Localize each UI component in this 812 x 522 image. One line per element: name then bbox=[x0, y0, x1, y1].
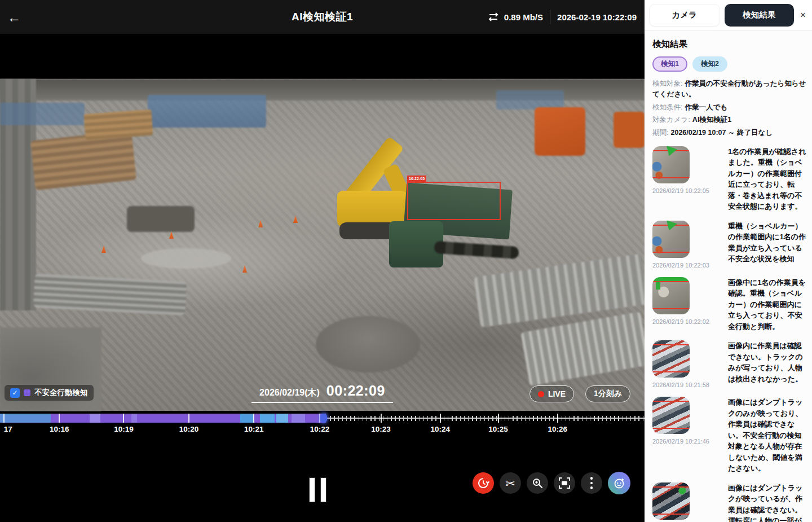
playback-date: 2026/02/19(木) bbox=[259, 387, 320, 399]
detection-description: 画像にはダンプトラックが映っているが、作業員は確認できない。運転席に人物の一部が… bbox=[728, 482, 807, 522]
kebab-icon bbox=[590, 477, 593, 489]
meta-row: 検知条件:作業一人でも bbox=[652, 102, 807, 113]
timeline-major-tick bbox=[188, 414, 189, 423]
detection-thumbnail[interactable] bbox=[652, 340, 690, 378]
detection-result-item[interactable]: 2026/02/19 10:22:03 重機（ショベルカー）の作業範囲内に1名の… bbox=[652, 221, 807, 269]
detection-description: 画像内に作業員は確認できない。トラックのみが写っており、人物は検出されなかった。 bbox=[728, 340, 807, 388]
excavator-marker-icon bbox=[664, 221, 677, 233]
traffic-cone bbox=[258, 220, 263, 227]
timeline-major-tick bbox=[381, 414, 382, 423]
detection-results-panel: 検知結果 検知1検知2 検知対象:作業員の不安全行動があったら知らせてください。… bbox=[645, 30, 812, 522]
live-label: LIVE bbox=[548, 389, 566, 398]
scene-shape bbox=[30, 130, 136, 190]
orange-excavator bbox=[535, 107, 585, 156]
detection-result-item[interactable]: 2026/02/19 10:21:45 画像にはダンプトラックが映っているが、作… bbox=[652, 482, 807, 522]
detection-thumbnail[interactable] bbox=[652, 221, 690, 258]
bitrate-value: 0.89 Mb/S bbox=[504, 12, 543, 22]
timeline-minor-ticks bbox=[326, 416, 645, 421]
timeline-major-tick bbox=[440, 414, 441, 423]
clip-button[interactable]: ✂ bbox=[500, 472, 521, 494]
detection-sidebar: カメラ検知結果 × 検知結果 検知1検知2 検知対象:作業員の不安全行動があった… bbox=[645, 0, 812, 522]
timeline-labels: 1710:1610:1910:2010:2110:2210:2310:2410:… bbox=[0, 425, 645, 437]
timeline-scrubber[interactable] bbox=[0, 414, 645, 423]
detection-thumbnail[interactable] bbox=[652, 482, 690, 520]
clock-rewind-icon bbox=[477, 477, 489, 489]
detection-description: 1名の作業員が確認されました。重機（ショベルカー）の作業範囲付近に立っており、転… bbox=[728, 146, 807, 212]
timeline-segment bbox=[292, 414, 305, 423]
timeline-time-label: 10:21 bbox=[244, 425, 264, 433]
timeline-major-tick bbox=[3, 414, 5, 423]
scene-shape bbox=[141, 248, 231, 269]
sidebar-tab[interactable]: 検知結果 bbox=[725, 4, 795, 27]
meta-label: 期間: bbox=[652, 129, 668, 137]
traffic-cone bbox=[169, 231, 174, 239]
live-button[interactable]: LIVE bbox=[529, 385, 574, 402]
timeline-major-tick bbox=[557, 414, 558, 423]
meta-label: 検知対象: bbox=[652, 80, 682, 87]
timeline-major-tick bbox=[253, 414, 254, 423]
timeline-time-label: 10:25 bbox=[488, 425, 508, 433]
fullscreen-button[interactable] bbox=[554, 472, 575, 494]
timeline-segment bbox=[0, 414, 51, 423]
timeline-time-label: 10:20 bbox=[179, 425, 199, 433]
scissors-icon: ✂ bbox=[505, 477, 515, 489]
scene-shape bbox=[148, 95, 266, 128]
timeline-major-tick bbox=[59, 414, 60, 423]
close-icon[interactable]: × bbox=[798, 10, 807, 21]
pipe-stack bbox=[33, 274, 187, 315]
detection-box-label: 10:22:05 bbox=[407, 176, 426, 182]
traffic-cone bbox=[102, 245, 106, 253]
meta-value: 作業一人でも bbox=[685, 103, 727, 111]
timeline-segment bbox=[260, 414, 275, 423]
scene-shape bbox=[127, 206, 195, 232]
orange-machine bbox=[614, 112, 645, 148]
top-bar: ← AI検知検証1 0.89 Mb/S 2026-02-19 10:22:09 bbox=[0, 0, 645, 34]
excavator-marker-icon bbox=[664, 146, 677, 158]
fullscreen-icon bbox=[558, 477, 571, 489]
dump-truck-wheels bbox=[434, 241, 519, 259]
detection-thumbnail[interactable] bbox=[652, 146, 690, 183]
timeline-playhead[interactable] bbox=[320, 414, 327, 423]
meta-label: 検知条件: bbox=[652, 103, 682, 111]
app-root: ← AI検知検証1 0.89 Mb/S 2026-02-19 10:22:09 bbox=[0, 0, 812, 522]
checkbox-checked-icon[interactable]: ✓ bbox=[10, 388, 20, 398]
video-frame[interactable]: 10:22:05 bbox=[0, 79, 645, 411]
scene-shape bbox=[0, 103, 85, 125]
panel-title: 検知結果 bbox=[652, 38, 807, 50]
sidebar-tab-bar: カメラ検知結果 × bbox=[645, 0, 812, 30]
timeline-time-label: 10:24 bbox=[430, 425, 450, 433]
detection-description: 画像中に1名の作業員を確認。重機（ショベルカー）の作業範囲内に立ち入っており、不… bbox=[728, 277, 807, 332]
detection-bounding-box: 10:22:05 bbox=[407, 182, 501, 220]
timeline-time-label: 10:19 bbox=[114, 425, 134, 433]
detection-result-item[interactable]: 2026/02/19 10:21:46 画像にはダンプトラックのみが映っており、… bbox=[652, 397, 807, 474]
timeline-major-tick bbox=[123, 414, 124, 423]
traffic-cone bbox=[293, 216, 298, 223]
top-datetime: 2026-02-19 10:22:09 bbox=[557, 12, 637, 22]
timeline-segment bbox=[240, 414, 254, 423]
meta-value: 2026/02/19 10:07 ～ 終了日なし bbox=[670, 129, 773, 137]
detection-description: 画像にはダンプトラックのみが映っており、作業員は確認できない。不安全行動の検知対… bbox=[728, 397, 807, 474]
zoom-button[interactable] bbox=[527, 472, 548, 494]
more-options-button[interactable] bbox=[581, 472, 602, 494]
detection-meta: 検知対象:作業員の不安全行動があったら知らせてください。 検知条件:作業一人でも… bbox=[652, 78, 807, 138]
detection-result-item[interactable]: 2026/02/19 10:22:02 画像中に1名の作業員を確認。重機（ショベ… bbox=[652, 277, 807, 332]
pause-button[interactable] bbox=[304, 477, 330, 503]
sidebar-tab[interactable]: カメラ bbox=[649, 4, 720, 27]
detection-result-item[interactable]: 2026/02/19 10:22:05 1名の作業員が確認されました。重機（ショ… bbox=[652, 146, 807, 212]
scene-shape bbox=[84, 109, 153, 140]
detection-filter-pill[interactable]: 検知1 bbox=[652, 56, 687, 72]
meta-value: AI検知検証1 bbox=[692, 116, 731, 124]
divider bbox=[550, 10, 550, 24]
detection-toggle-label: 不安全行動検知 bbox=[34, 388, 88, 398]
bitrate: 0.89 Mb/S bbox=[487, 12, 543, 22]
detection-filter-pill[interactable]: 検知2 bbox=[692, 56, 727, 72]
interval-button[interactable]: 1分刻み bbox=[585, 385, 630, 402]
timeline-segment bbox=[90, 414, 100, 423]
detection-thumbnail[interactable] bbox=[652, 397, 690, 434]
detection-thumbnail[interactable] bbox=[652, 277, 690, 314]
detection-result-item[interactable]: 2026/02/19 10:21:58 画像内に作業員は確認できない。トラックの… bbox=[652, 340, 807, 388]
detection-layer-toggle[interactable]: ✓ 不安全行動検知 bbox=[5, 385, 94, 401]
playback-time: 00:22:09 bbox=[326, 383, 385, 399]
ai-assistant-button[interactable] bbox=[608, 472, 630, 494]
playback-history-button[interactable] bbox=[473, 472, 494, 494]
